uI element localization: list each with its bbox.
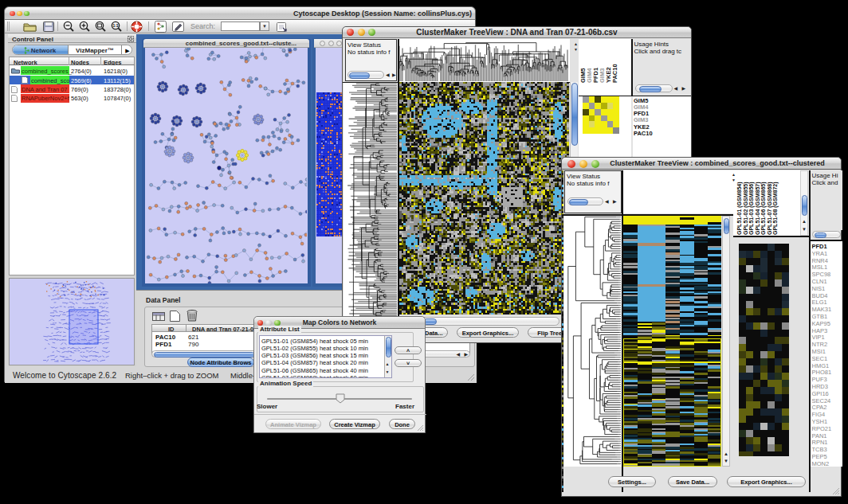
svg-text:1:1: 1:1 <box>112 23 118 28</box>
